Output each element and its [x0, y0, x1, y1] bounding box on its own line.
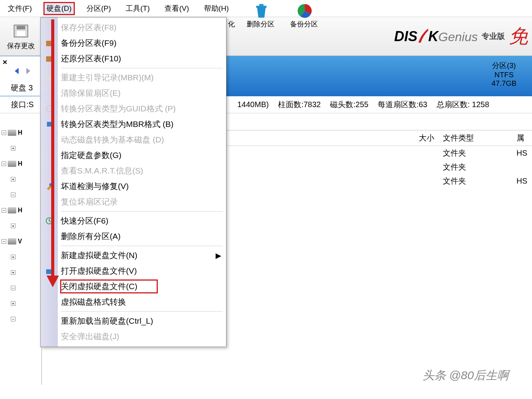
restore-icon	[45, 55, 53, 62]
tree-node-child[interactable]: +	[2, 265, 40, 280]
partition-name: 分区(3)	[492, 61, 516, 71]
svg-rect-2	[17, 31, 25, 36]
menu-new-vdisk[interactable]: 新建虚拟硬盘文件(N)▶	[41, 248, 226, 263]
menu-delete-all[interactable]: 删除所有分区(A)	[41, 229, 226, 244]
tree-node-child[interactable]: +	[2, 141, 40, 156]
menu-smart: 查看S.M.A.R.T.信息(S)	[41, 163, 226, 179]
disk-label: 硬盘 3	[11, 83, 33, 93]
toolbar-delete[interactable]: 删除分区	[247, 19, 275, 29]
logo-area: DISKGenius 专业版 免	[394, 23, 532, 49]
wrench-icon	[45, 182, 53, 190]
logo-accent: 免	[509, 23, 528, 49]
svg-rect-4	[259, 4, 264, 5]
open-icon	[45, 267, 53, 275]
toolbar-backup[interactable]: 备份分区	[290, 19, 318, 29]
menu-to-mbr[interactable]: 转换分区表类型为MBR格式 (B)	[41, 116, 226, 132]
menu-view[interactable]: 查看(V)	[161, 2, 192, 15]
file-attr: HS	[516, 149, 532, 158]
tree-node-disk[interactable]: −H	[2, 203, 40, 218]
svg-rect-1	[17, 26, 25, 29]
partition-info[interactable]: 分区(3) NTFS 47.7GB	[492, 61, 516, 88]
menu-disk-params[interactable]: 指定硬盘参数(G)	[41, 147, 226, 163]
menu-file[interactable]: 文件(F)	[5, 2, 35, 15]
tree-node-disk[interactable]: −H	[2, 156, 40, 172]
nav-back-button[interactable]	[13, 67, 21, 75]
tree-node-child[interactable]: +	[2, 172, 40, 187]
col-type[interactable]: 文件类型	[439, 133, 516, 143]
info-cylinders: 柱面数:7832	[278, 99, 321, 110]
toolbar-save-label: 保存更改	[7, 41, 35, 50]
menu-save-partition-table: 保存分区表(F8)	[41, 20, 226, 35]
menu-quick-partition[interactable]: 快速分区(F6)	[41, 213, 226, 229]
svg-rect-3	[256, 6, 266, 8]
svg-rect-7	[46, 56, 52, 62]
info-heads: 磁头数:255	[330, 99, 368, 110]
menu-tools[interactable]: 工具(T)	[123, 2, 153, 15]
disk-dropdown-menu: 保存分区表(F8) 备份分区表(F9) 还原分区表(F10) 重建主引导记录(M…	[40, 17, 226, 347]
toolbar-delete-label: 删除分区	[247, 19, 275, 29]
menu-disk[interactable]: 硬盘(D)	[43, 2, 74, 15]
watermark: 头条 @80后生啊	[423, 368, 509, 383]
menu-partition[interactable]: 分区(P)	[83, 2, 114, 15]
svg-rect-13	[46, 269, 52, 274]
mbr-icon	[45, 74, 53, 82]
file-type: 文件夹	[439, 176, 516, 186]
disk-interface: 接口:S	[11, 99, 42, 110]
menu-reset-bad: 复位坏扇区记录	[41, 194, 226, 210]
info-sectors-per-track: 每道扇区数:63	[378, 99, 427, 110]
tree-node-child[interactable]: +	[2, 296, 40, 311]
logo-edition: 专业版	[482, 31, 505, 42]
svg-rect-10	[47, 122, 52, 127]
file-type: 文件夹	[439, 162, 516, 172]
submenu-arrow-icon: ▶	[216, 251, 226, 260]
menu-help[interactable]: 帮助(H)	[201, 2, 232, 15]
left-panel-header: ✕ 硬盘 3	[0, 56, 42, 96]
col-attr[interactable]: 属	[516, 133, 532, 143]
save-icon	[12, 23, 29, 40]
backup-icon	[45, 39, 53, 47]
tree-node-disk[interactable]: −V	[2, 234, 40, 249]
close-panel-button[interactable]: ✕	[2, 59, 7, 66]
menu-reload-disk[interactable]: 重新加载当前硬盘(Ctrl_L)	[41, 313, 226, 329]
partition-fs: NTFS	[492, 71, 516, 79]
menu-backup-partition-table[interactable]: 备份分区表(F9)	[41, 35, 226, 51]
svg-point-11	[49, 183, 52, 186]
toolbar-format[interactable]: 化	[228, 19, 235, 29]
tree-node-child[interactable]: −	[2, 280, 40, 296]
menu-clear-reserved: 清除保留扇区(E)	[41, 85, 226, 101]
svg-point-9	[46, 106, 52, 112]
menu-bad-track[interactable]: 坏道检测与修复(V)	[41, 179, 226, 194]
nav-forward-button[interactable]	[24, 67, 32, 75]
menu-to-guid: 转换分区表类型为GUID格式 (P)	[41, 101, 226, 116]
svg-rect-6	[46, 41, 52, 46]
tree-node-child[interactable]: +	[2, 218, 40, 234]
convert-icon	[45, 120, 53, 128]
info-mb: 1440MB)	[237, 100, 269, 109]
tree-node-disk[interactable]: −H	[2, 125, 40, 141]
menu-dynamic-to-basic: 动态磁盘转换为基本磁盘 (D)	[41, 132, 226, 147]
menu-close-vdisk[interactable]: 关闭虚拟硬盘文件(C)	[41, 279, 226, 294]
toolbar-format-label: 化	[228, 19, 235, 29]
menu-open-vdisk[interactable]: 打开虚拟硬盘文件(V)	[41, 263, 226, 279]
svg-rect-8	[46, 75, 52, 81]
tree-panel: −H + −H + − −H + −V + + − + −	[0, 113, 42, 385]
pie-icon	[296, 2, 313, 19]
tree-node-child[interactable]: −	[2, 311, 40, 327]
toolbar-save[interactable]: 保存更改	[7, 23, 35, 50]
toolbar-backup-label: 备份分区	[290, 19, 318, 29]
file-attr: HS	[516, 177, 532, 186]
col-size[interactable]: 大小	[412, 133, 439, 143]
logo-text: DISKGenius	[394, 28, 478, 45]
menu-restore-partition-table[interactable]: 还原分区表(F10)	[41, 51, 226, 66]
menu-safe-eject: 安全弹出磁盘(J)	[41, 329, 226, 344]
clock-icon	[45, 217, 53, 225]
info-total-sectors: 总扇区数: 1258	[437, 99, 489, 110]
tree-node-child[interactable]: +	[2, 249, 40, 265]
tree-node-child[interactable]: −	[2, 187, 40, 203]
trash-icon	[253, 2, 270, 19]
file-type: 文件夹	[439, 148, 516, 158]
convert-icon	[45, 105, 53, 113]
menu-rebuild-mbr: 重建主引导记录(MBR)(M)	[41, 70, 226, 85]
menu-vdisk-convert[interactable]: 虚拟磁盘格式转换	[41, 294, 226, 310]
partition-size: 47.7GB	[492, 79, 516, 88]
